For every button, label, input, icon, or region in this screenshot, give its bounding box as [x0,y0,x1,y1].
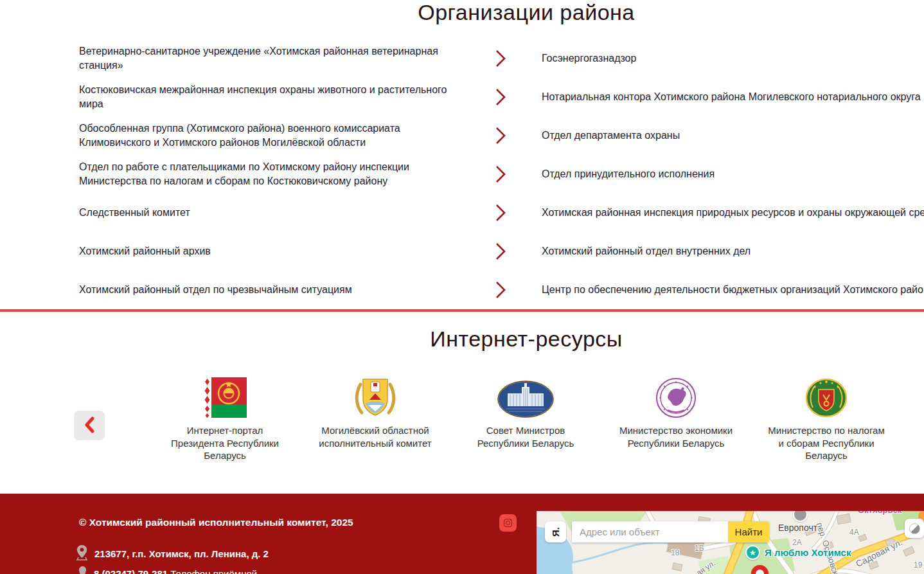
phone-icon [78,566,87,574]
org-link[interactable]: Обособленная группа (Хотимского района) … [79,121,459,148]
chevron-right-icon[interactable] [459,49,542,68]
org-row: Отдел по работе с плательщиками по Хотим… [0,159,924,189]
phone-number[interactable]: 8 (02247) 79-281 [94,568,168,574]
chevron-right-icon[interactable] [459,242,542,261]
resource-caption: Министерство экономики Республики Белару… [615,424,737,449]
resources-carousel: Интернет-портал Президента Республики Бе… [150,375,902,462]
org-link[interactable]: Центр по обеспечению деятельности бюджет… [542,283,924,296]
chevron-right-icon[interactable] [459,126,542,145]
map-house-number: 1Б [695,544,704,553]
map-house-number: 4А [849,528,859,537]
organizations-section: Организации района Ветеринарно-санитарно… [0,0,924,313]
org-link[interactable]: Госэнергогазнадзор [542,51,924,65]
map-label-partial-street: Октябрьск [858,511,902,515]
map-house-number: 18 [671,548,679,557]
org-row: Следственный комитет Хотимская районная … [0,197,924,228]
org-row: Костюковичская межрайонная инспекция охр… [0,82,924,112]
star-icon: ★ [745,545,760,560]
instagram-icon[interactable] [499,514,517,532]
yandex-logo-button[interactable]: Я. [545,521,566,543]
organizations-title: Организации района [0,0,924,25]
org-row: Хотимский районный архив Хотимский район… [0,236,924,266]
address-row: 213677, г.п. Хотимск, пл. Ленина, д. 2 [76,544,269,562]
map-search-input[interactable] [572,521,728,543]
resources-title: Интернет-ресурсы [0,327,924,352]
org-row: Обособленная группа (Хотимского района) … [0,120,924,150]
yandex-map[interactable]: Октябрьск Я. Найти Европочта пер. Остров… [537,511,924,574]
ministry-of-taxes-emblem [805,375,848,418]
chevron-left-icon [84,417,94,435]
copyright-text: © Хотимский районный исполнительный коми… [79,517,353,528]
org-link[interactable]: Отдел департамента охраны [542,129,924,142]
org-link[interactable]: Хотимский районный отдел внутренних дел [542,244,924,258]
map-poi-love-khotimsk[interactable]: ★ Я люблю Хотимск [745,545,851,560]
page: Организации района Ветеринарно-санитарно… [0,0,924,574]
resource-caption: Интернет-портал Президента Республики Бе… [164,424,286,462]
chevron-right-icon[interactable] [459,87,542,107]
resource-item[interactable]: Могилёвский областной исполнительный ком… [300,375,450,462]
internet-resources-section: Интернет-ресурсы [0,327,924,352]
carousel-prev-button[interactable] [74,411,105,440]
org-link[interactable]: Следственный комитет [79,206,459,219]
globe-icon [909,523,920,534]
president-portal-logo [203,375,247,418]
section-divider [0,309,924,312]
mogilev-region-coat-of-arms [354,375,396,418]
chevron-right-icon[interactable] [459,203,542,222]
address-text: 213677, г.п. Хотимск, пл. Ленина, д. 2 [94,548,269,559]
org-link[interactable]: Хотимский районный архив [79,244,459,258]
map-search-button[interactable]: Найти [728,521,769,543]
ministry-of-economy-emblem [656,375,696,418]
phone-row: 8 (02247) 79-281 Телефон приёмной [78,566,257,574]
org-row: Ветеринарно-санитарное учреждение «Хотим… [0,43,924,73]
org-link[interactable]: Отдел по работе с плательщиками по Хотим… [79,160,459,187]
resource-item[interactable]: Интернет-портал Президента Республики Бе… [150,375,300,462]
poi-name: Я люблю Хотимск [765,547,851,558]
org-link[interactable]: Хотимский районный отдел по чрезвычайным… [79,283,459,296]
resource-caption: Могилёвский областной исполнительный ком… [314,424,436,449]
resource-item[interactable]: Министерство экономики Республики Белару… [601,375,751,462]
resource-item[interactable]: Совет Министров Республики Беларусь [450,375,601,462]
org-link[interactable]: Ветеринарно-санитарное учреждение «Хотим… [79,44,459,71]
org-link[interactable]: Хотимская районная инспекция природных р… [542,206,924,219]
org-link[interactable]: Отдел принудительного исполнения [542,167,924,181]
org-link[interactable]: Нотариальная контора Хотимского района М… [542,90,924,103]
phone-label: Телефон приёмной [170,568,257,574]
council-of-ministers-emblem [497,375,554,418]
phone-text: 8 (02247) 79-281 Телефон приёмной [94,568,257,574]
org-row: Хотимский районный отдел по чрезвычайным… [0,274,924,305]
chevron-right-icon[interactable] [459,165,542,184]
camera-glyph [504,519,512,527]
resource-caption: Министерство по налогам и сборам Республ… [765,424,887,462]
location-pin-icon [76,544,88,562]
chevron-right-icon[interactable] [459,280,542,300]
resource-item[interactable]: Министерство по налогам и сборам Республ… [751,375,902,462]
organizations-list: Ветеринарно-санитарное учреждение «Хотим… [0,43,924,305]
org-link[interactable]: Костюковичская межрайонная инспекция охр… [79,83,459,110]
map-searchbar: Найти [572,521,769,543]
footer: © Хотимский районный исполнительный коми… [0,494,924,574]
resource-caption: Совет Министров Республики Беларусь [465,424,587,449]
map-layers-button[interactable] [905,519,924,538]
map-house-number: 19 [914,561,922,570]
